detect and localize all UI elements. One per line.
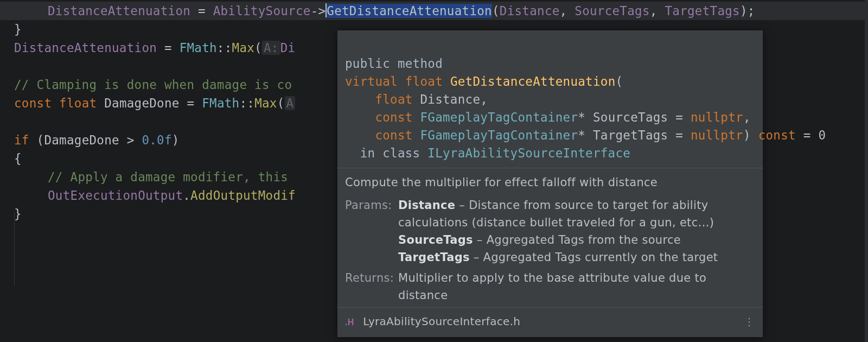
doc-params: Params: Distance – Distance from source …: [345, 197, 755, 266]
editor-scrollbar[interactable]: [865, 0, 868, 342]
comment: // Apply a damage modifier, this: [48, 170, 296, 184]
inlay-hint: A: [285, 96, 296, 110]
more-actions-icon[interactable]: ⋮: [744, 313, 755, 331]
code-line[interactable]: DistanceAttenuation = AbilitySource->Get…: [0, 2, 868, 20]
doc-params-label: Params:: [345, 197, 398, 266]
inlay-hint: A:: [262, 41, 280, 55]
doc-returns-label: Returns:: [345, 269, 398, 304]
header-file-icon: .H: [345, 318, 354, 327]
doc-summary: Compute the multiplier for effect fallof…: [345, 174, 755, 191]
code-editor[interactable]: DistanceAttenuation = AbilitySource->Get…: [0, 0, 868, 342]
doc-returns: Returns: Multiplier to apply to the base…: [345, 269, 755, 304]
identifier: DistanceAttenuation: [48, 4, 190, 18]
documentation-footer: .H LyraAbilitySourceInterface.h ⋮: [337, 308, 763, 337]
signature-block: public method virtual float GetDistanceA…: [337, 30, 763, 168]
comment: // Clamping is done when damage is co: [14, 78, 292, 92]
quick-documentation-popup[interactable]: public method virtual float GetDistanceA…: [337, 30, 763, 337]
documentation-block: Compute the multiplier for effect fallof…: [337, 168, 763, 308]
declaring-file: LyraAbilitySourceInterface.h: [363, 315, 520, 328]
indent-guide: [14, 212, 15, 286]
selected-symbol: GetDistanceAttenuation: [327, 4, 492, 18]
